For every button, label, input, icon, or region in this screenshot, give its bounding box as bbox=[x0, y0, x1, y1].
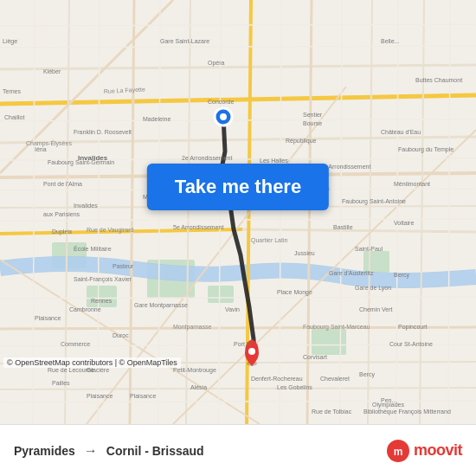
svg-text:Bibliothèque François Mitterra: Bibliothèque François Mitterrand bbox=[363, 408, 451, 415]
svg-text:m: m bbox=[394, 446, 403, 458]
svg-text:2e Arrondissement: 2e Arrondissement bbox=[182, 155, 232, 161]
svg-text:École Militaire: École Militaire bbox=[74, 245, 112, 252]
moovit-text: moovit bbox=[414, 441, 462, 460]
svg-text:Faubourg du Temple: Faubourg du Temple bbox=[398, 146, 453, 153]
svg-text:Belle...: Belle... bbox=[381, 38, 399, 44]
svg-text:Place Monge: Place Monge bbox=[277, 289, 312, 296]
arrow-icon: → bbox=[84, 443, 98, 459]
destination-label: Cornil - Brissaud bbox=[106, 444, 204, 458]
svg-text:Cour St-Antoine: Cour St-Antoine bbox=[389, 341, 433, 347]
svg-text:Opéra: Opéra bbox=[208, 60, 225, 67]
svg-text:Château d'Eau: Château d'Eau bbox=[381, 129, 421, 135]
svg-text:Dupleix: Dupleix bbox=[52, 228, 73, 235]
svg-text:Buttes Chaumont: Buttes Chaumont bbox=[415, 77, 462, 83]
svg-text:Gare de Lyon: Gare de Lyon bbox=[355, 285, 391, 292]
svg-text:Bercy: Bercy bbox=[394, 272, 409, 279]
svg-text:Petit-Montrouge: Petit-Montrouge bbox=[173, 367, 216, 374]
svg-text:Chevaleret: Chevaleret bbox=[320, 376, 350, 382]
svg-text:Saint-François Xavier: Saint-François Xavier bbox=[74, 276, 132, 283]
svg-text:Madeleine: Madeleine bbox=[143, 116, 170, 122]
svg-point-48 bbox=[248, 348, 255, 355]
svg-text:Gare Saint-Lazare: Gare Saint-Lazare bbox=[160, 38, 209, 44]
svg-text:Cambronne: Cambronne bbox=[69, 306, 101, 312]
svg-text:Ternes: Ternes bbox=[3, 88, 22, 94]
svg-text:Bastille: Bastille bbox=[333, 224, 353, 230]
origin-label: Pyramides bbox=[14, 444, 75, 458]
svg-text:Liège: Liège bbox=[3, 38, 17, 45]
svg-text:Faubourg Saint-Germain: Faubourg Saint-Germain bbox=[48, 159, 114, 166]
svg-text:Chemin Vert: Chemin Vert bbox=[359, 306, 393, 312]
svg-text:Kléber: Kléber bbox=[43, 68, 61, 74]
svg-text:Iéna: Iéna bbox=[35, 146, 47, 152]
svg-text:Plaisance: Plaisance bbox=[35, 315, 61, 321]
svg-text:5e Arrondissement: 5e Arrondissement bbox=[173, 224, 223, 230]
svg-text:Plaisance: Plaisance bbox=[130, 393, 156, 399]
svg-text:Rue de Lecourbe: Rue de Lecourbe bbox=[48, 367, 94, 373]
svg-text:Pailles: Pailles bbox=[52, 380, 70, 386]
svg-text:Gare d'Austerlitz: Gare d'Austerlitz bbox=[329, 270, 374, 276]
svg-text:Saint-Paul: Saint-Paul bbox=[355, 246, 383, 252]
svg-text:Commerce: Commerce bbox=[61, 341, 90, 347]
svg-text:Chaillot: Chaillot bbox=[4, 114, 24, 120]
svg-text:Popincourt: Popincourt bbox=[398, 324, 428, 331]
svg-rect-4 bbox=[208, 286, 234, 303]
svg-text:Rue de Vaugirard: Rue de Vaugirard bbox=[87, 227, 133, 234]
svg-text:Plaisance: Plaisance bbox=[87, 393, 113, 399]
svg-text:Alésia: Alésia bbox=[190, 384, 207, 390]
take-me-there-button[interactable]: Take me there bbox=[147, 164, 329, 210]
svg-text:Faubourg Saint-Marceau: Faubourg Saint-Marceau bbox=[303, 324, 370, 331]
svg-text:aux Parisiens: aux Parisiens bbox=[43, 211, 80, 217]
svg-text:Les Gobelins: Les Gobelins bbox=[277, 384, 312, 390]
svg-text:Pen...: Pen... bbox=[381, 397, 396, 403]
svg-text:Bourse: Bourse bbox=[303, 120, 322, 126]
svg-text:Sentier: Sentier bbox=[303, 112, 323, 118]
svg-text:Port R...: Port R... bbox=[234, 341, 256, 347]
svg-text:Franklin D. Roosevelt: Franklin D. Roosevelt bbox=[74, 129, 132, 135]
svg-text:Pont de l'Alma: Pont de l'Alma bbox=[43, 181, 82, 187]
svg-rect-3 bbox=[87, 286, 117, 307]
osm-credit: © OpenStreetMap contributors | © OpenMap… bbox=[3, 357, 181, 368]
svg-text:Faubourg Saint-Antoine: Faubourg Saint-Antoine bbox=[342, 198, 406, 205]
svg-text:République: République bbox=[286, 138, 317, 145]
svg-point-46 bbox=[220, 113, 227, 120]
moovit-logo-icon: m bbox=[386, 439, 410, 463]
svg-text:Ménilmontant: Ménilmontant bbox=[394, 181, 430, 187]
svg-text:Duroc: Duroc bbox=[113, 332, 129, 338]
svg-text:Concorde: Concorde bbox=[208, 99, 234, 105]
svg-text:Invalides: Invalides bbox=[74, 203, 98, 209]
svg-text:Bercy: Bercy bbox=[359, 371, 375, 378]
bottom-bar: Pyramides → Cornil - Brissaud m moovit bbox=[0, 424, 476, 476]
svg-text:Denfert-Rochereau: Denfert-Rochereau bbox=[251, 376, 303, 382]
svg-text:Gare Montparnasse: Gare Montparnasse bbox=[134, 302, 188, 309]
svg-text:Champs-Élysées: Champs-Élysées bbox=[26, 139, 72, 147]
svg-text:Corvisart: Corvisart bbox=[303, 354, 327, 360]
svg-text:Rue de Tolbiac: Rue de Tolbiac bbox=[312, 408, 352, 415]
svg-text:Montparnasse: Montparnasse bbox=[173, 324, 211, 331]
moovit-logo: m moovit bbox=[386, 439, 462, 463]
svg-text:Rennes: Rennes bbox=[91, 298, 113, 304]
map-container: Rue La Fayette Champs-Élysées Rue de Riv… bbox=[0, 0, 476, 424]
svg-text:Voltaire: Voltaire bbox=[394, 220, 414, 226]
svg-text:Jussieu: Jussieu bbox=[294, 250, 315, 256]
svg-text:Quartier Latin: Quartier Latin bbox=[251, 237, 288, 244]
svg-text:Vavin: Vavin bbox=[225, 306, 240, 312]
svg-text:Pasteur: Pasteur bbox=[113, 263, 134, 269]
